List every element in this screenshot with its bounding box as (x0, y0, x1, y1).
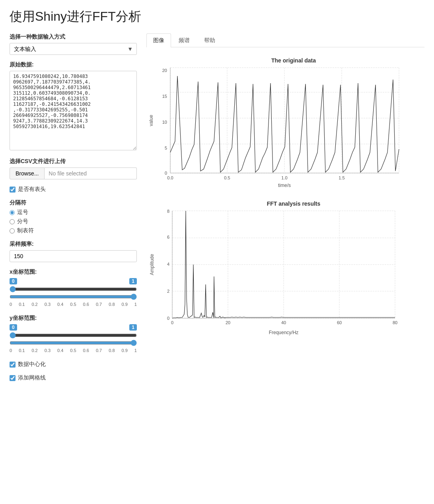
svg-text:2: 2 (167, 289, 169, 294)
x-range-label: x坐标范围: (10, 269, 137, 276)
separator-semicolon-radio[interactable] (10, 219, 15, 224)
svg-text:5: 5 (165, 146, 167, 150)
chart2-xlabel: Frequency/Hz (269, 330, 299, 335)
sample-rate-input[interactable] (10, 250, 137, 262)
svg-text:60: 60 (337, 320, 342, 325)
chart2-svg: FFT analysis results 0 2 (146, 197, 409, 340)
separator-semicolon-row: 分号 (10, 218, 137, 225)
raw-data-section: 原始数据: 16.9347591080242,10.780483 0962697… (10, 61, 137, 152)
sample-rate-section: 采样频率: (10, 241, 137, 262)
chart1-ylabel: value (148, 115, 154, 126)
svg-text:10: 10 (162, 120, 167, 125)
sample-rate-label: 采样频率: (10, 241, 137, 248)
separator-tab-row: 制表符 (10, 227, 137, 234)
raw-data-label: 原始数据: (10, 61, 137, 68)
separator-tab-label: 制表符 (17, 227, 34, 234)
svg-text:20: 20 (162, 68, 167, 73)
chart1-svg: The original data 0 5 (146, 54, 409, 189)
tab-image[interactable]: 图像 (146, 33, 171, 47)
y-range-max-badge: 1 (129, 324, 137, 331)
center-data-row: 数据中心化 (10, 361, 137, 368)
page-title: 使用Shiny进行FFT分析 (10, 8, 424, 25)
svg-text:1.5: 1.5 (339, 175, 344, 180)
chart2-ylabel: Amplitude (149, 254, 155, 275)
separator-semicolon-label: 分号 (17, 218, 28, 225)
file-upload-section: 选择CSV文件进行上传 Browse... No file selected (10, 158, 137, 179)
chart2-title: FFT analysis results (267, 200, 321, 207)
input-method-label: 选择一种数据输入方式 (10, 33, 137, 41)
tab-help[interactable]: 帮助 (197, 33, 222, 47)
x-range-badges: 0 1 (10, 278, 137, 284)
chart2-container: FFT analysis results 0 2 (146, 197, 424, 340)
svg-text:15: 15 (162, 94, 167, 99)
file-name-display: No file selected (45, 167, 137, 179)
header-checkbox-row: 是否有表头 (10, 186, 137, 193)
separator-tab-radio[interactable] (10, 228, 15, 234)
input-method-select-wrapper: 文本输入 CSV文件 ▼ (10, 43, 137, 55)
separator-label: 分隔符 (10, 199, 137, 206)
svg-text:4: 4 (167, 262, 169, 267)
center-data-label: 数据中心化 (18, 361, 46, 368)
svg-text:1.0: 1.0 (281, 175, 287, 180)
chart1-xlabel: time/s (278, 183, 291, 188)
center-data-checkbox[interactable] (10, 362, 16, 368)
tab-spectrum[interactable]: 频谱 (172, 33, 197, 47)
y-range-ticks: 00.10.20.30.40.50.60.70.80.91 (10, 348, 137, 353)
svg-text:80: 80 (393, 320, 397, 325)
y-range-min-slider[interactable] (10, 332, 137, 339)
svg-text:20: 20 (226, 320, 230, 325)
header-checkbox-label: 是否有表头 (18, 186, 46, 193)
y-range-min-badge: 0 (10, 324, 17, 331)
sidebar: 选择一种数据输入方式 文本输入 CSV文件 ▼ 原始数据: 16.9347591… (10, 33, 137, 388)
svg-text:0.0: 0.0 (167, 175, 173, 180)
svg-text:0: 0 (165, 171, 167, 175)
header-checkbox[interactable] (10, 187, 16, 193)
main-content: 图像 频谱 帮助 The original data (146, 33, 424, 348)
y-range-section: y坐标范围: 0 1 00.10.20.30.40.50.60.70.80.91 (10, 315, 137, 353)
chart1-container: The original data 0 5 (146, 54, 424, 189)
svg-text:0: 0 (171, 320, 173, 325)
tabs-header: 图像 频谱 帮助 (146, 33, 424, 47)
svg-text:40: 40 (281, 320, 286, 325)
add-grid-checkbox[interactable] (10, 375, 16, 381)
y-range-badges: 0 1 (10, 324, 137, 331)
svg-text:8: 8 (167, 209, 169, 214)
file-upload-row: Browse... No file selected (10, 167, 137, 179)
raw-data-textarea[interactable]: 16.9347591080242,10.780483 0962697,7.187… (10, 71, 137, 150)
y-range-label: y坐标范围: (10, 315, 137, 322)
file-upload-label: 选择CSV文件进行上传 (10, 158, 137, 165)
separator-section: 分隔符 逗号 分号 制表符 (10, 199, 137, 234)
separator-comma-row: 逗号 (10, 209, 137, 216)
svg-text:6: 6 (167, 235, 169, 239)
chart1-title: The original data (271, 57, 316, 64)
add-grid-label: 添加网格线 (18, 374, 46, 381)
separator-comma-label: 逗号 (17, 209, 28, 216)
x-range-min-badge: 0 (10, 278, 17, 284)
svg-text:0: 0 (167, 316, 169, 321)
input-method-select[interactable]: 文本输入 CSV文件 (10, 43, 137, 55)
add-grid-row: 添加网格线 (10, 374, 137, 381)
separator-comma-radio[interactable] (10, 210, 15, 215)
x-range-max-badge: 1 (129, 278, 137, 284)
y-range-max-slider[interactable] (10, 340, 137, 346)
x-range-ticks: 00.10.20.30.40.50.60.70.80.91 (10, 302, 137, 307)
svg-text:0.5: 0.5 (224, 175, 230, 180)
browse-button[interactable]: Browse... (10, 167, 45, 179)
x-range-section: x坐标范围: 0 1 00.10.20.30.40.50.60.70.80.91 (10, 269, 137, 307)
x-range-max-slider[interactable] (10, 294, 137, 300)
x-range-min-slider[interactable] (10, 286, 137, 292)
